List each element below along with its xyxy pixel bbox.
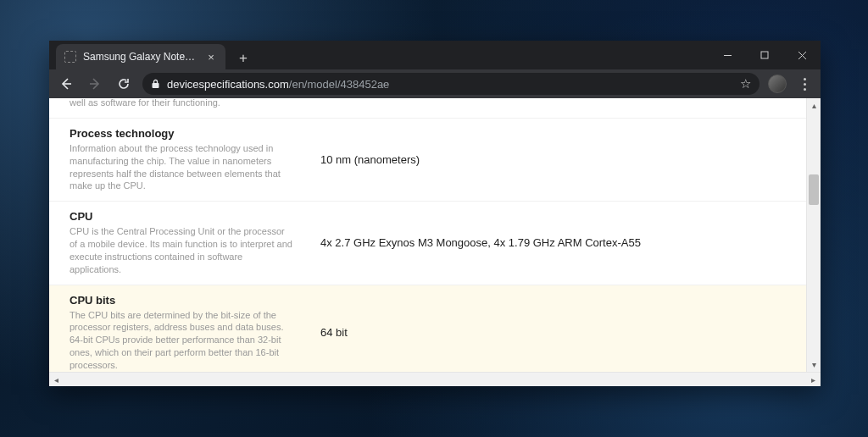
scroll-up-arrow-icon[interactable]: ▴: [807, 98, 821, 113]
profile-avatar[interactable]: [768, 75, 787, 93]
window-minimize-button[interactable]: [709, 41, 746, 69]
browser-toolbar: devicespecifications.com/en/model/438452…: [49, 69, 821, 98]
spec-value-cell: 4x 2.7 GHz Exynos M3 Mongoose, 4x 1.79 G…: [303, 202, 806, 284]
spec-row: well as software for their functioning.: [49, 98, 806, 119]
spec-label-cell: CPUCPU is the Central Processing Unit or…: [49, 202, 303, 284]
bookmark-star-icon[interactable]: ☆: [740, 76, 751, 91]
reload-button[interactable]: [114, 74, 134, 94]
vertical-scrollbar[interactable]: ▴ ▾: [806, 98, 821, 372]
spec-value-cell: [303, 98, 806, 118]
url-domain: devicespecifications.com: [167, 78, 289, 91]
url-text: devicespecifications.com/en/model/438452…: [167, 78, 389, 91]
window-controls: [709, 41, 821, 69]
new-tab-button[interactable]: +: [232, 47, 254, 69]
tab-favicon: [64, 51, 76, 63]
content-area: well as software for their functioning.P…: [49, 98, 821, 372]
lock-icon: [151, 79, 160, 89]
spec-term: CPU: [70, 210, 293, 223]
scroll-right-arrow-icon[interactable]: ▸: [806, 373, 821, 386]
scroll-down-arrow-icon[interactable]: ▾: [807, 357, 821, 372]
spec-row: Process technologyInformation about the …: [49, 119, 806, 202]
spec-label-cell: CPU bitsThe CPU bits are determined by t…: [49, 285, 303, 372]
tab-title: Samsung Galaxy Note10 Lite - Sp: [83, 51, 198, 63]
window-close-button[interactable]: [783, 41, 821, 69]
spec-description: The CPU bits are determined by the bit-s…: [70, 309, 293, 372]
spec-description: Information about the process technology…: [70, 142, 293, 192]
browser-menu-button[interactable]: [795, 78, 814, 91]
spec-value-cell: 10 nm (nanometers): [303, 119, 806, 201]
address-bar[interactable]: devicespecifications.com/en/model/438452…: [142, 73, 760, 95]
spec-term: CPU bits: [70, 294, 293, 307]
horizontal-scrollbar[interactable]: ◂ ▸: [49, 372, 821, 386]
tab-strip: Samsung Galaxy Note10 Lite - Sp × +: [49, 41, 821, 69]
spec-label-cell: Process technologyInformation about the …: [49, 119, 303, 201]
spec-description: well as software for their functioning.: [70, 98, 293, 109]
window-maximize-button[interactable]: [746, 41, 783, 69]
tab-close-icon[interactable]: ×: [205, 51, 217, 63]
url-path: /en/model/438452ae: [289, 78, 390, 91]
browser-tab[interactable]: Samsung Galaxy Note10 Lite - Sp ×: [56, 44, 225, 69]
specs-table: well as software for their functioning.P…: [49, 98, 806, 372]
svg-rect-6: [153, 83, 159, 88]
svg-rect-1: [761, 52, 768, 58]
spec-label-cell: well as software for their functioning.: [49, 98, 303, 118]
spec-row: CPUCPU is the Central Processing Unit or…: [49, 202, 806, 285]
spec-term: Process technology: [70, 127, 293, 140]
spec-value-cell: 64 bit: [303, 285, 806, 372]
scroll-thumb[interactable]: [809, 174, 819, 205]
page-viewport[interactable]: well as software for their functioning.P…: [49, 98, 806, 372]
spec-row: CPU bitsThe CPU bits are determined by t…: [49, 285, 806, 372]
scroll-left-arrow-icon[interactable]: ◂: [49, 373, 64, 386]
browser-window: Samsung Galaxy Note10 Lite - Sp × +: [49, 41, 821, 386]
back-button[interactable]: [56, 74, 76, 94]
forward-button[interactable]: [85, 74, 105, 94]
spec-description: CPU is the Central Processing Unit or th…: [70, 225, 293, 275]
